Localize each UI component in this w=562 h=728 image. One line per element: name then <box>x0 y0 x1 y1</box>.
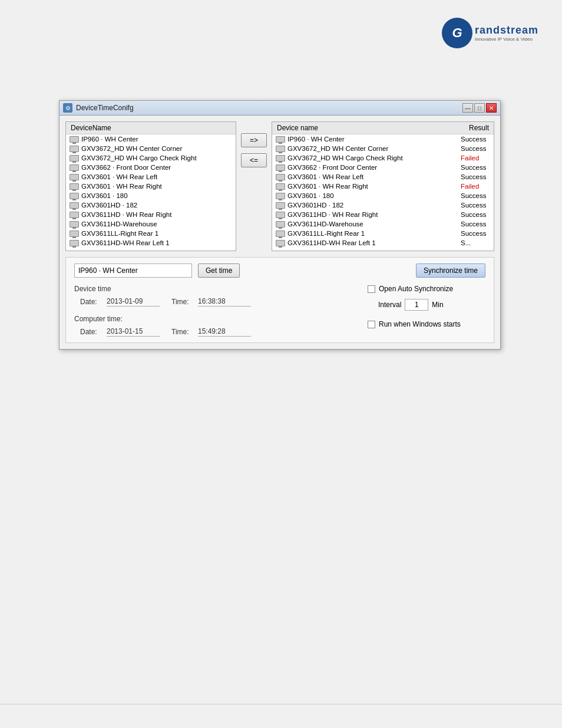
device-icon <box>70 164 79 171</box>
result-list-item[interactable]: GXV3601 · 180 Success <box>272 191 494 200</box>
app-icon: ⚙ <box>63 103 72 113</box>
device-list-item[interactable]: IP960 · WH Center <box>66 134 236 144</box>
result-list-item[interactable]: GXV3672_HD WH Cargo Check Right Failed <box>272 153 494 163</box>
device-list-panel: DeviceName IP960 · WH CenterGXV3672_HD W… <box>65 121 236 251</box>
device-list-item[interactable]: GXV3611HD-Warehouse <box>66 219 236 229</box>
auto-sync-row: Open Auto Synchronize <box>368 285 485 293</box>
device-icon <box>276 202 285 209</box>
result-name-header: Device name <box>277 124 318 132</box>
device-list-item[interactable]: GXV3601HD · 182 <box>66 200 236 210</box>
device-list-item[interactable]: GXV3672_HD WH Cargo Check Right <box>66 153 236 163</box>
device-icon <box>70 230 79 237</box>
logo-tagline: Innovative IP Voice & Video <box>475 37 538 42</box>
result-list-item[interactable]: GXV3611HD · WH Rear Right Success <box>272 210 494 219</box>
run-windows-checkbox[interactable] <box>368 321 375 328</box>
action-row: Get time Synchronize time <box>74 263 485 278</box>
device-list-item[interactable]: GXV3601 · WH Rear Left <box>66 172 236 182</box>
comp-date-row: Date: 2013-01-15 Time: 15:49:28 <box>80 327 356 337</box>
result-list-item[interactable]: GXV3601 · WH Rear Right Failed <box>272 182 494 191</box>
content-area: DeviceName IP960 · WH CenterGXV3672_HD W… <box>59 116 500 349</box>
device-list-item[interactable]: GXV3601 · 180 <box>66 191 236 200</box>
options-section: Open Auto Synchronize Interval Min Run w… <box>368 285 485 328</box>
device-name-header: DeviceName <box>71 124 111 132</box>
device-date-row: Date: 2013-01-09 Time: 16:38:38 <box>80 297 356 307</box>
time-section: Device time Date: 2013-01-09 Time: 16:38… <box>74 285 356 337</box>
interval-label: Interval <box>378 301 401 309</box>
footer-line <box>0 704 562 704</box>
interval-input[interactable] <box>405 299 428 311</box>
run-windows-label: Run when Windows starts <box>379 320 461 328</box>
close-button[interactable]: ✕ <box>486 103 497 113</box>
device-icon <box>276 240 285 246</box>
result-list-header: Device name Result <box>272 122 494 134</box>
device-time-label: Device time <box>74 285 356 293</box>
result-list-item[interactable]: GXV3601 · WH Rear Left Success <box>272 172 494 182</box>
comp-date-label: Date: <box>80 328 101 336</box>
device-list-item[interactable]: GXV3611HD · WH Rear Right <box>66 210 236 219</box>
device-date-label: Date: <box>80 298 101 306</box>
interval-row: Interval Min <box>378 299 485 311</box>
device-list-item[interactable]: GXV3662 · Front Door Center <box>66 163 236 172</box>
device-time-config-window: ⚙ DeviceTimeConifg — □ ✕ DeviceName IP96… <box>59 100 501 350</box>
device-list-header: DeviceName <box>66 122 236 134</box>
auto-sync-checkbox[interactable] <box>368 285 375 293</box>
move-right-button[interactable]: => <box>241 133 267 147</box>
device-icon <box>70 240 79 246</box>
logo-text: randstream Innovative IP Voice & Video <box>475 24 538 42</box>
device-icon <box>276 212 285 218</box>
comp-time-value: 15:49:28 <box>198 327 251 337</box>
result-list-item[interactable]: GXV3672_HD WH Center Corner Success <box>272 144 494 153</box>
device-icon <box>70 221 79 228</box>
result-list-item[interactable]: GXV3662 · Front Door Center Success <box>272 163 494 172</box>
window-title: DeviceTimeConifg <box>76 104 134 112</box>
synchronize-time-button[interactable]: Synchronize time <box>416 263 485 278</box>
device-time-value: 16:38:38 <box>198 297 251 307</box>
device-list-item[interactable]: GXV3611HD-WH Rear Left 1 <box>66 238 236 248</box>
result-list-item[interactable]: IP960 · WH Center Success <box>272 134 494 144</box>
result-list-item[interactable]: GXV3611LL-Right Rear 1 Success <box>272 229 494 238</box>
move-left-button[interactable]: <= <box>241 153 267 167</box>
device-time-label2: Time: <box>171 298 192 306</box>
device-icon <box>276 164 285 171</box>
result-status-header: Result <box>469 124 489 132</box>
device-icon <box>276 193 285 199</box>
auto-sync-label: Open Auto Synchronize <box>379 285 453 293</box>
result-list-panel: Device name Result IP960 · WH Center Suc… <box>272 121 494 251</box>
device-icon <box>70 212 79 218</box>
device-icon <box>276 146 285 152</box>
comp-time-label: Time: <box>171 328 192 336</box>
logo: G randstream Innovative IP Voice & Video <box>442 18 538 48</box>
device-icon <box>276 183 285 190</box>
device-icon <box>276 136 285 143</box>
device-list-item[interactable]: GXV3672_HD WH Center Corner <box>66 144 236 153</box>
run-windows-row: Run when Windows starts <box>368 320 485 328</box>
comp-date-value: 2013-01-15 <box>107 327 160 337</box>
lists-row: DeviceName IP960 · WH CenterGXV3672_HD W… <box>65 121 494 251</box>
result-list-body[interactable]: IP960 · WH Center Success GXV3672_HD WH … <box>272 134 494 251</box>
min-label: Min <box>432 301 443 309</box>
device-list-body[interactable]: IP960 · WH CenterGXV3672_HD WH Center Co… <box>66 134 236 251</box>
computer-time-label: Computer time: <box>74 315 356 323</box>
device-date-value: 2013-01-09 <box>107 297 160 307</box>
titlebar: ⚙ DeviceTimeConifg — □ ✕ <box>59 101 500 116</box>
minimize-button[interactable]: — <box>462 103 473 113</box>
device-icon <box>70 146 79 152</box>
device-icon <box>276 221 285 228</box>
titlebar-controls: — □ ✕ <box>462 103 497 113</box>
device-icon <box>70 183 79 190</box>
result-list-item[interactable]: GXV3611HD-Warehouse Success <box>272 219 494 229</box>
logo-icon: G <box>442 18 472 48</box>
get-time-button[interactable]: Get time <box>198 263 240 278</box>
bottom-panel: Get time Synchronize time Device time Da… <box>65 257 494 343</box>
device-icon <box>70 202 79 209</box>
result-list-item[interactable]: GXV3601HD · 182 Success <box>272 200 494 210</box>
device-icon <box>70 193 79 199</box>
device-list-item[interactable]: GXV3611LL-Right Rear 1 <box>66 229 236 238</box>
device-icon <box>70 136 79 143</box>
result-list-item[interactable]: GXV3611HD-WH Rear Left 1 S... <box>272 238 494 248</box>
restore-button[interactable]: □ <box>474 103 485 113</box>
selected-device-input[interactable] <box>74 263 192 278</box>
device-list-item[interactable]: GXV3601 · WH Rear Right <box>66 182 236 191</box>
device-icon <box>70 155 79 162</box>
logo-brand: randstream <box>475 24 538 37</box>
